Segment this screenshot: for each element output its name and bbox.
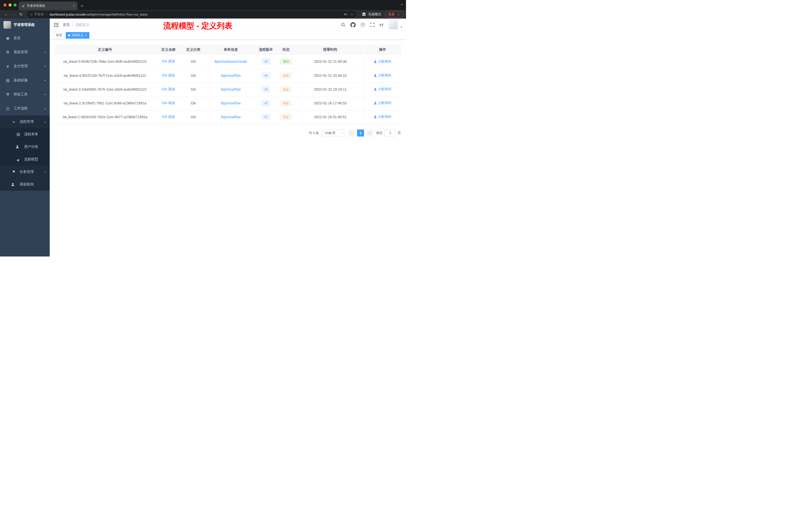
assign-rule-link[interactable]: 分配规则 <box>374 101 391 105</box>
definition-id-cell: oa_leave:2:3c1f0ef1-76b1-11ec-9c66-a2380… <box>55 96 155 110</box>
dashboard-icon: ◉ <box>5 36 10 40</box>
sidebar: 芋道管理系统 ◉ 首页 ⚙ 系统管理 ▾ ¥ 支付管理 ▾ ▤ <box>0 19 50 256</box>
reload-button[interactable]: ↻ <box>18 12 25 17</box>
chevron-down-icon: ▾ <box>45 65 46 68</box>
github-icon[interactable] <box>350 22 355 27</box>
sidebar-item-system[interactable]: ⚙ 系统管理 ▾ <box>0 45 50 59</box>
form-info-link[interactable]: /bpm/oa/flow <box>221 115 240 119</box>
version-badge: v1 <box>262 114 270 120</box>
definition-id-cell: oa_leave:4:991f2193-7b7f-11ec-a3c8-acde4… <box>55 68 155 82</box>
sidebar-item-process-model[interactable]: ▶ 流程模型 <box>0 153 50 165</box>
tab-close-icon[interactable]: × <box>73 4 75 7</box>
sidebar-item-payment[interactable]: ¥ 支付管理 ▾ <box>0 59 50 73</box>
page-content: 定义编号 定义名称 定义分类 表单信息 流程版本 状态 部署时间 操作 <box>50 40 406 256</box>
back-button[interactable]: ← <box>2 12 9 17</box>
new-tab-button[interactable]: + <box>81 3 83 8</box>
sidebar-item-devtools[interactable]: ⚒ 研发工具 ▾ <box>0 87 50 101</box>
definition-category-cell: OA <box>182 68 205 82</box>
workflow-submenu: ≡ 流程管理 ▴ ▥ 流程表单 用户分组 <box>0 116 50 191</box>
browser-tab[interactable]: 芋道管理系统 × <box>19 1 78 10</box>
col-definition-category: 定义分类 <box>182 45 205 55</box>
sidebar-collapse-icon[interactable] <box>54 23 59 27</box>
minimize-window-button[interactable] <box>8 3 11 6</box>
definition-name-link[interactable]: OA 请假 <box>162 73 175 77</box>
site-favicon-icon <box>21 4 25 8</box>
definition-name-link[interactable]: OA 请假 <box>162 87 175 91</box>
browser-menu-kebab-icon[interactable]: ⋮ <box>397 12 401 16</box>
definition-category-cell: OA <box>182 96 205 110</box>
tag-process-definition[interactable]: 流程定义 × <box>66 32 89 39</box>
gear-icon: ⚙ <box>5 50 10 55</box>
flag-icon: ⚑ <box>11 170 17 174</box>
definition-category-cell: OA <box>182 55 205 68</box>
definition-name-link[interactable]: OA 请假 <box>162 59 175 63</box>
definition-id-cell: oa_leave:5:004b710b-7b8a-11ec-8ef0-acde4… <box>55 55 155 68</box>
sidebar-item-home[interactable]: ◉ 首页 <box>0 31 50 45</box>
page-size-select[interactable]: 10条/页 ▾ <box>322 129 345 137</box>
page-number-button[interactable]: 1 <box>357 129 364 137</box>
tools-icon: ⚒ <box>5 92 10 97</box>
select-caret-icon: ▾ <box>342 131 343 134</box>
form-info-link[interactable]: /bpm/oa/flow <box>221 101 240 105</box>
bookmark-star-icon[interactable]: ☆ <box>350 12 353 17</box>
assign-rule-link[interactable]: 分配规则 <box>374 115 391 119</box>
avatar-dropdown-caret-icon[interactable]: ▾ <box>401 26 402 29</box>
sidebar-item-process-management[interactable]: ≡ 流程管理 ▴ <box>0 116 50 128</box>
sidebar-item-infrastructure[interactable]: ▤ 基础设施 ▾ <box>0 73 50 87</box>
assign-rule-link[interactable]: 分配规则 <box>374 73 391 78</box>
font-size-icon[interactable]: tT <box>380 23 384 27</box>
breadcrumb-separator: / <box>72 23 73 27</box>
sidebar-item-user-group[interactable]: 用户分组 <box>0 141 50 153</box>
active-tag-dot <box>68 34 70 36</box>
goto-label: 前往 <box>376 131 383 135</box>
security-label: 不安全 <box>34 12 44 17</box>
sidebar-item-process-form[interactable]: ▥ 流程表单 <box>0 128 50 141</box>
browser-window: 芋道管理系统 × + ▾ ← → ↻ ⚠ 不安全 dashboard.yudao… <box>0 0 406 256</box>
col-definition-name: 定义名称 <box>155 45 182 55</box>
breadcrumb-current: 流程定义 <box>75 23 89 27</box>
sidebar-item-task-management[interactable]: ⚑ 任务管理 ▾ <box>0 165 50 178</box>
next-page-button[interactable]: › <box>366 129 373 137</box>
breadcrumb-home[interactable]: 首页 <box>63 23 70 27</box>
help-icon[interactable]: ? <box>360 23 365 27</box>
forward-button[interactable]: → <box>10 12 17 17</box>
chevron-down-icon: ▾ <box>45 79 46 82</box>
definition-id-cell: oa_leave:3:1fad3d93-7b75-11ec-a3c8-acde4… <box>55 82 155 96</box>
goto-page-input[interactable] <box>384 129 396 137</box>
chevron-down-icon: ▾ <box>45 171 46 174</box>
table-row: oa_leave:2:3c1f0ef1-76b1-11ec-9c66-a2380… <box>55 96 401 110</box>
form-icon: ▥ <box>16 132 21 137</box>
deploy-time-cell: 2022-01-22 20:34:10 <box>297 68 364 82</box>
url-bar[interactable]: ⚠ 不安全 dashboard.yudao.iocoder.cn/bpm/man… <box>27 11 356 18</box>
status-badge: 激活 <box>280 58 292 64</box>
chevron-down-icon: ▾ <box>45 93 46 96</box>
assign-rule-link[interactable]: 分配规则 <box>374 59 391 64</box>
update-button[interactable]: 更新 ⋮ <box>385 11 404 18</box>
form-info-link[interactable]: /bpm/oa/leave/create <box>214 59 247 63</box>
col-definition-id: 定义编号 <box>55 45 155 55</box>
zoom-window-button[interactable] <box>13 3 17 6</box>
browser-tab-strip: 芋道管理系统 × + ▾ <box>0 0 406 10</box>
form-info-link[interactable]: /bpm/oa/flow <box>221 73 240 78</box>
user-avatar[interactable] <box>389 20 398 29</box>
form-info-link[interactable]: /bpm/oa/flow <box>221 87 240 91</box>
incognito-icon <box>361 12 366 16</box>
search-icon[interactable] <box>341 23 346 27</box>
deploy-time-cell: 2022-01-16 01:40:51 <box>297 110 364 124</box>
definition-name-link[interactable]: OA 请假 <box>162 115 175 119</box>
sidebar-item-workflow[interactable]: ◫ 工作流程 ▴ <box>0 101 50 116</box>
version-badge: v3 <box>262 86 270 92</box>
chevron-down-icon: ▾ <box>45 51 46 54</box>
close-window-button[interactable] <box>3 3 6 6</box>
password-key-icon[interactable] <box>344 12 348 16</box>
definition-name-link[interactable]: OA 请假 <box>162 101 175 105</box>
tab-strip-chevron-icon[interactable]: ▾ <box>401 3 403 6</box>
assign-rule-link[interactable]: 分配规则 <box>374 87 391 91</box>
fullscreen-icon[interactable] <box>370 23 375 27</box>
status-badge: 挂起 <box>280 114 292 120</box>
prev-page-button[interactable]: ‹ <box>348 129 355 137</box>
tag-home[interactable]: 首页 <box>54 32 64 39</box>
sidebar-item-leave-query[interactable]: 请假查询 <box>0 178 50 191</box>
tag-close-icon[interactable]: × <box>85 34 87 37</box>
yen-icon: ¥ <box>5 64 10 68</box>
